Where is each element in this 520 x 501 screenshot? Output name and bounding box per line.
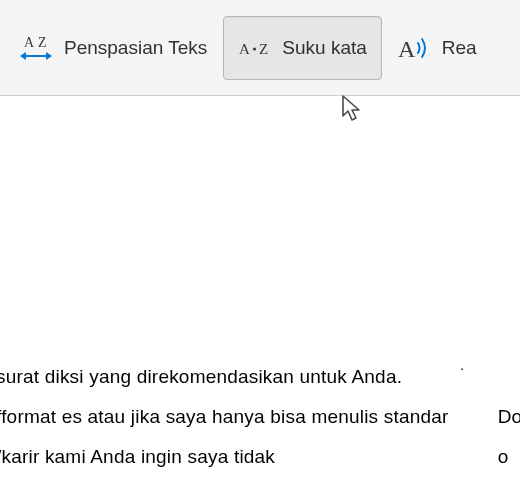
immersive-reader-toolbar: A Z Penspasian Teks A Z Suku kata A (0, 0, 520, 96)
syllables-button[interactable]: A Z Suku kata (223, 16, 382, 80)
body-line-1: surat diksi yang direkomendasikan untuk … (0, 357, 516, 397)
svg-text:A: A (398, 36, 416, 62)
body-right-line-3: o (498, 437, 520, 477)
svg-point-6 (253, 47, 256, 50)
svg-text:A: A (239, 41, 250, 57)
reader-content-area: surat diksi yang direkomendasikan untuk … (0, 96, 520, 501)
read-aloud-icon: A (398, 33, 432, 63)
syllables-icon: A Z (238, 37, 272, 59)
svg-marker-4 (46, 52, 52, 60)
body-line-2: fformat es atau jika saya hanya bisa men… (0, 397, 516, 437)
svg-marker-3 (20, 52, 26, 60)
syllables-label: Suku kata (282, 37, 367, 59)
svg-text:A: A (24, 35, 35, 50)
body-text: surat diksi yang direkomendasikan untuk … (0, 357, 516, 477)
body-right-line-1: Do (498, 397, 520, 437)
punctuation-dot: . (460, 357, 464, 373)
body-text-right: Do o (498, 397, 520, 477)
read-aloud-label: Rea (442, 37, 477, 59)
svg-text:Z: Z (259, 41, 268, 57)
svg-text:Z: Z (38, 35, 47, 50)
text-spacing-icon: A Z (18, 33, 54, 63)
read-aloud-button[interactable]: A Rea (384, 16, 491, 80)
text-spacing-button[interactable]: A Z Penspasian Teks (4, 16, 221, 80)
body-line-3: /karir kami Anda ingin saya tidak (0, 437, 516, 477)
text-spacing-label: Penspasian Teks (64, 37, 207, 59)
